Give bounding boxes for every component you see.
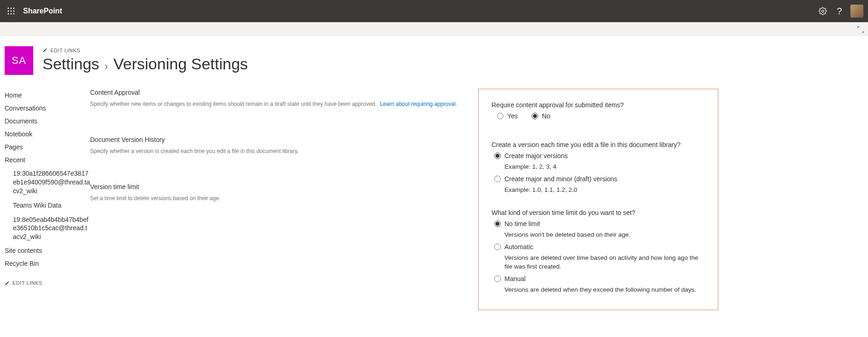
radio-automatic-label[interactable]: Automatic (504, 243, 533, 251)
svg-point-0 (8, 8, 9, 9)
option-subtext: Versions are deleted when they exceed th… (504, 285, 705, 294)
option-question: Require content approval for submitted i… (492, 101, 705, 109)
nav-recent-item[interactable]: Teams Wiki Data (5, 198, 90, 213)
edit-links-label: EDIT LINKS (12, 280, 42, 286)
option-row: Create major versions (494, 152, 705, 159)
option-example: Example: 1, 2, 3, 4 (504, 162, 705, 172)
option-group-approval: Require content approval for submitted i… (492, 101, 705, 123)
radio-approval-no[interactable] (532, 113, 538, 119)
nav-recent-item[interactable]: 19:30a1f286606547e3817eb1e94009f590@thre… (5, 166, 90, 198)
svg-point-8 (13, 13, 15, 15)
section-description: Specify whether a version is created eac… (90, 147, 464, 155)
section-title: Content Approval (90, 89, 464, 96)
left-nav: Home Conversations Documents Notebook Pa… (5, 89, 90, 287)
svg-point-2 (13, 8, 15, 9)
radio-manual-label[interactable]: Manual (504, 275, 526, 282)
breadcrumb-separator: › (105, 61, 108, 72)
content-area: Content Approval Specify whether new ite… (90, 89, 863, 310)
option-subtext: Versions are deleted over time based on … (504, 253, 705, 271)
option-group-timelimit: What kind of version time limit do you w… (492, 209, 705, 294)
edit-links-label: EDIT LINKS (50, 48, 80, 53)
pencil-icon (5, 281, 10, 286)
section-description: Specify whether new items or changes to … (90, 100, 464, 108)
nav-recycle-bin[interactable]: Recycle Bin (5, 257, 90, 270)
gear-icon (819, 7, 827, 15)
svg-point-5 (13, 11, 15, 12)
radio-approval-yes[interactable] (497, 113, 504, 119)
nav-recent-item[interactable]: 19:8e05eab4b4bb47b4befe36510b1c5cac@thre… (5, 213, 90, 245)
site-tile[interactable]: SA (5, 46, 33, 75)
radio-automatic[interactable] (494, 244, 501, 250)
nav-documents[interactable]: Documents (5, 115, 90, 128)
nav-home[interactable]: Home (5, 89, 90, 102)
option-row: Automatic (494, 243, 705, 251)
suite-bar: SharePoint ? (0, 0, 868, 22)
header-column: EDIT LINKS Settings › Versioning Setting… (42, 46, 863, 75)
section-desc-text: Specify whether new items or changes to … (90, 101, 376, 107)
nav-notebook[interactable]: Notebook (5, 128, 90, 141)
section-time-limit: Version time limit Set a time limit to d… (90, 183, 464, 202)
radio-no-time-limit-label[interactable]: No time limit (504, 220, 540, 227)
option-row: Create major and minor (draft) versions (494, 175, 705, 183)
option-row: No (532, 112, 550, 120)
section-title: Version time limit (90, 183, 464, 190)
brand-link[interactable]: SharePoint (23, 7, 62, 15)
section-description: Set a time limit to delete versions base… (90, 194, 464, 202)
section-version-history: Document Version History Specify whether… (90, 136, 464, 155)
svg-point-1 (11, 8, 12, 9)
radio-major-minor-versions-label[interactable]: Create major and minor (draft) versions (504, 175, 617, 183)
app-launcher-button[interactable] (4, 4, 18, 18)
focus-icon (857, 26, 864, 33)
option-example: Example: 1.0, 1.1, 1.2, 2.0 (504, 185, 705, 195)
edit-links-bottom[interactable]: EDIT LINKS (5, 280, 42, 286)
radio-approval-yes-label[interactable]: Yes (507, 112, 518, 120)
svg-point-9 (822, 10, 824, 12)
option-row: Yes (497, 112, 518, 120)
svg-point-6 (8, 13, 9, 15)
page-header: SA EDIT LINKS Settings › Versioning Sett… (0, 36, 868, 75)
options-column: Require content approval for submitted i… (478, 89, 718, 310)
nav-site-contents[interactable]: Site contents (5, 244, 90, 257)
edit-links-top[interactable]: EDIT LINKS (42, 48, 80, 53)
focus-content-button[interactable] (856, 25, 865, 34)
option-group-history: Create a version each time you edit a fi… (492, 141, 705, 194)
option-subtext: Versions won't be deleted based on their… (504, 230, 705, 239)
breadcrumb: Settings › Versioning Settings (42, 55, 863, 73)
learn-approval-link[interactable]: Learn about requiring approval. (380, 101, 457, 107)
svg-point-3 (8, 11, 9, 12)
nav-conversations[interactable]: Conversations (5, 102, 90, 115)
section-title: Document Version History (90, 136, 464, 143)
radio-major-versions[interactable] (494, 153, 501, 159)
option-question: What kind of version time limit do you w… (492, 209, 705, 216)
ribbon-bar (0, 22, 868, 36)
nav-pages[interactable]: Pages (5, 141, 90, 153)
settings-button[interactable] (814, 0, 831, 22)
option-row: Manual (494, 275, 705, 282)
svg-point-7 (11, 13, 12, 15)
options-panel: Require content approval for submitted i… (478, 89, 718, 310)
radio-major-minor-versions[interactable] (494, 176, 501, 182)
nav-recent[interactable]: Recent (5, 153, 90, 166)
page-body: Home Conversations Documents Notebook Pa… (0, 75, 868, 319)
help-button[interactable]: ? (831, 0, 848, 22)
breadcrumb-current: Versioning Settings (114, 55, 248, 73)
breadcrumb-parent[interactable]: Settings (42, 55, 99, 73)
section-descriptions: Content Approval Specify whether new ite… (90, 89, 478, 202)
user-avatar[interactable] (850, 5, 863, 18)
radio-manual[interactable] (494, 276, 501, 282)
option-question: Create a version each time you edit a fi… (492, 141, 705, 148)
radio-major-versions-label[interactable]: Create major versions (504, 152, 568, 159)
help-icon: ? (837, 6, 842, 17)
radio-approval-no-label[interactable]: No (542, 112, 550, 120)
svg-point-4 (11, 11, 12, 12)
option-row: No time limit (494, 220, 705, 227)
waffle-icon (7, 7, 15, 15)
radio-no-time-limit[interactable] (494, 221, 501, 227)
pencil-icon (42, 48, 48, 53)
section-content-approval: Content Approval Specify whether new ite… (90, 89, 464, 108)
